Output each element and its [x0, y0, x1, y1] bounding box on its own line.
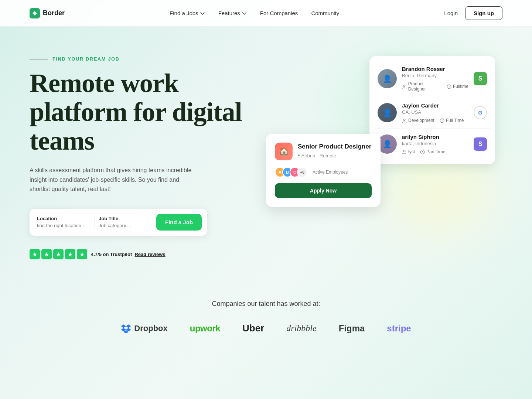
- job-card: 🏠 Senior Product Designer Airbnb - Remot…: [266, 134, 381, 207]
- nav-community[interactable]: Community: [311, 10, 339, 16]
- profile-item-brandon[interactable]: 👤 Brandon Rosser Berlin, Germany Product…: [374, 61, 491, 97]
- person-icon: [402, 84, 407, 89]
- hero-tag: FIND YOUR DREAM JOB: [30, 56, 251, 62]
- profile-location-marilyn: karta, Indonesia: [402, 141, 468, 146]
- upwork-label: upwork: [190, 323, 220, 334]
- job-card-header: 🏠 Senior Product Designer Airbnb - Remot…: [275, 143, 372, 160]
- job-title-field: Job Title: [99, 216, 153, 229]
- hero-section: FIND YOUR DREAM JOB Remote work platform…: [0, 27, 532, 282]
- company-upwork[interactable]: upwork: [190, 323, 220, 334]
- location-label: Location: [37, 216, 91, 221]
- airbnb-logo: 🏠: [275, 143, 293, 160]
- nav-for-companies[interactable]: For Companies: [260, 10, 298, 16]
- star-1: ★: [30, 249, 40, 259]
- company-stripe[interactable]: stripe: [387, 323, 411, 334]
- nav-features[interactable]: Features: [218, 10, 247, 16]
- company-logo-marilyn: S: [474, 137, 487, 151]
- job-title-label: Job Title: [99, 216, 153, 221]
- location-input[interactable]: [37, 223, 91, 228]
- hero-title: Remote work platform for digital teams: [30, 69, 251, 155]
- rating-text: 4.7/5 on Trustpilot Read reviews: [91, 252, 166, 257]
- clock-icon: [447, 84, 451, 89]
- job-title-input[interactable]: [99, 223, 153, 228]
- navbar: Border Find a Jobs Features For Companie…: [0, 0, 532, 27]
- nav-actions: Login Sign up: [444, 6, 502, 20]
- company-logo-jaylon: G: [474, 106, 487, 119]
- star-rating: ★ ★ ★ ★ ★: [30, 249, 87, 259]
- profile-role-brandon: Product Designer: [402, 81, 441, 92]
- active-employees-label: Active Employees: [313, 170, 348, 175]
- location-field: Location: [37, 216, 91, 229]
- person-icon: [402, 118, 407, 123]
- page-wrapper: Border Find a Jobs Features For Companie…: [0, 0, 532, 399]
- find-job-button[interactable]: Find a Job: [156, 214, 202, 231]
- companies-logos: Dropbox upwork Uber dribbble Figma strip…: [30, 323, 502, 334]
- job-company: Airbnb - Remote: [298, 152, 372, 159]
- tag-line-decoration: [30, 59, 48, 59]
- star-3: ★: [53, 249, 64, 259]
- logo-icon: [30, 8, 40, 18]
- signup-button[interactable]: Sign up: [465, 6, 502, 20]
- profile-list-card: 👤 Brandon Rosser Berlin, Germany Product…: [369, 56, 495, 164]
- figma-label: Figma: [339, 323, 365, 334]
- profile-item-jaylon[interactable]: 👤 Jaylon Carder CA, USA Development: [374, 97, 491, 129]
- nav-find-jobs[interactable]: Find a Jobs: [170, 10, 205, 16]
- profile-info-jaylon: Jaylon Carder CA, USA Development Full T…: [402, 102, 468, 123]
- login-button[interactable]: Login: [444, 10, 458, 16]
- dropbox-icon: [121, 324, 131, 333]
- svg-point-1: [403, 85, 405, 86]
- chevron-down-icon: [200, 11, 205, 16]
- search-divider: [95, 216, 95, 229]
- job-title: Senior Product Designer: [298, 143, 372, 151]
- read-reviews-link[interactable]: Read reviews: [134, 252, 165, 257]
- emp-count: +8: [297, 167, 307, 177]
- profile-tags-brandon: Product Designer Fulltime: [402, 81, 468, 92]
- company-logo-brandon: S: [474, 72, 487, 85]
- search-bar: Location Job Title Find a Job: [30, 209, 207, 236]
- company-figma[interactable]: Figma: [339, 323, 365, 334]
- apply-button[interactable]: Apply Now: [275, 183, 372, 198]
- profile-tags-jaylon: Development Full Time: [402, 118, 468, 123]
- logo[interactable]: Border: [30, 8, 65, 18]
- star-4: ★: [65, 249, 75, 259]
- job-info: Senior Product Designer Airbnb - Remote: [298, 143, 372, 159]
- star-2: ★: [41, 249, 52, 259]
- hero-right: 👤 Brandon Rosser Berlin, Germany Product…: [266, 52, 502, 237]
- clock-icon: [420, 150, 425, 154]
- avatar-jaylon: 👤: [378, 103, 397, 122]
- avatar-brandon: 👤: [378, 69, 397, 88]
- svg-point-3: [403, 119, 405, 120]
- logo-text: Border: [43, 9, 65, 17]
- rating-section: ★ ★ ★ ★ ★ 4.7/5 on Trustpilot Read revie…: [30, 249, 251, 259]
- profile-type-marilyn: Part Time: [420, 149, 445, 154]
- hero-subtitle: A skills assessment platform that gives …: [30, 166, 200, 194]
- company-dropbox[interactable]: Dropbox: [121, 324, 167, 333]
- person-icon: [402, 150, 407, 154]
- profile-name-marilyn: arilyn Siphron: [402, 134, 468, 140]
- profile-location-jaylon: CA, USA: [402, 109, 468, 115]
- companies-section: Companies our talent has worked at: Drop…: [0, 282, 532, 356]
- profile-location-brandon: Berlin, Germany: [402, 73, 468, 78]
- companies-title: Companies our talent has worked at:: [30, 300, 502, 308]
- profile-name-brandon: Brandon Rosser: [402, 66, 468, 72]
- profile-type-jaylon: Full Time: [440, 118, 464, 123]
- profile-role-jaylon: Development: [402, 118, 434, 123]
- profile-item-marilyn[interactable]: 👤 arilyn Siphron karta, Indonesia lyst: [374, 129, 491, 160]
- employee-avatars: A B C +8: [275, 167, 307, 177]
- job-employees: A B C +8 Active Employees: [275, 167, 372, 177]
- star-5: ★: [77, 249, 87, 259]
- profile-type-brandon: Fulltime: [447, 81, 468, 92]
- dribbble-label: dribbble: [286, 323, 316, 333]
- chevron-down-icon: [242, 11, 247, 16]
- stripe-label: stripe: [387, 323, 411, 334]
- profile-info-marilyn: arilyn Siphron karta, Indonesia lyst Par…: [402, 134, 468, 154]
- profile-name-jaylon: Jaylon Carder: [402, 102, 468, 109]
- hero-tag-text: FIND YOUR DREAM JOB: [52, 56, 119, 62]
- profile-info-brandon: Brandon Rosser Berlin, Germany Product D…: [402, 66, 468, 92]
- clock-icon: [440, 118, 444, 123]
- company-dribbble[interactable]: dribbble: [286, 323, 316, 333]
- hero-left: FIND YOUR DREAM JOB Remote work platform…: [30, 52, 251, 259]
- company-uber[interactable]: Uber: [242, 323, 264, 334]
- nav-links: Find a Jobs Features For Companies Commu…: [170, 10, 339, 16]
- uber-label: Uber: [242, 323, 264, 334]
